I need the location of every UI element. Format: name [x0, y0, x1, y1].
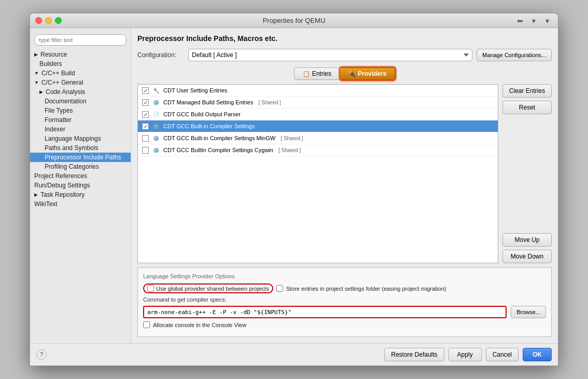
config-row: Configuration: Default [ Active ] Manage…: [137, 49, 552, 61]
command-label-row: Command to get compiler specs:: [143, 296, 546, 303]
restore-defaults-button[interactable]: Restore Defaults: [384, 348, 444, 361]
global-provider-label: Use global provider shared between proje…: [156, 286, 269, 292]
entry-cdt-managed-build[interactable]: ⚙️ CDT Managed Build Setting Entries [ S…: [138, 97, 498, 109]
apply-button[interactable]: Apply: [449, 348, 482, 361]
entry-label-gcc-build: CDT GCC Build Output Parser: [163, 111, 241, 117]
expand-icon: ▼: [34, 80, 39, 85]
lang-settings-title: Language Settings Provider Options: [143, 273, 546, 279]
entry-icon-gcc-build: 📄: [152, 110, 160, 118]
store-entries-checkbox[interactable]: [276, 285, 283, 292]
help-section: ?: [36, 349, 47, 360]
global-provider-checkbox-container: Use global provider shared between proje…: [143, 283, 273, 293]
sidebar-item-language-mappings[interactable]: Language Mappings: [30, 134, 131, 143]
expand-icon: ▶: [34, 192, 38, 197]
sidebar-item-documentation[interactable]: Documentation: [30, 97, 131, 106]
entries-panel: 🔧 CDT User Setting Entries ⚙️ CDT Manage…: [137, 84, 552, 263]
entry-cdt-gcc-builtin[interactable]: ⚙️ CDT GCC Built-in Compiler Settings: [138, 120, 498, 132]
entry-label-mingw: CDT GCC Built-in Compiler Settings MinGW: [163, 135, 275, 141]
entry-checkbox-managed[interactable]: [142, 99, 149, 106]
entry-checkbox-user[interactable]: [142, 87, 149, 94]
bottom-bar: ? Restore Defaults Apply Cancel OK: [30, 343, 558, 366]
sidebar-item-task-repository[interactable]: ▶Task Repository: [30, 190, 131, 199]
entry-cdt-user-setting[interactable]: 🔧 CDT User Setting Entries: [138, 85, 498, 97]
help-button[interactable]: ?: [36, 349, 47, 360]
entry-icon-cygwin: ⚙️: [152, 146, 160, 154]
command-input[interactable]: [143, 306, 507, 318]
entry-icon-gcc-builtin: ⚙️: [152, 122, 160, 130]
entry-icon-managed: ⚙️: [152, 98, 160, 106]
entry-cdt-gcc-build-output[interactable]: 📄 CDT GCC Build Output Parser: [138, 109, 498, 120]
cancel-button[interactable]: Cancel: [486, 348, 519, 361]
clear-entries-button[interactable]: Clear Entries: [502, 84, 552, 98]
entry-checkbox-gcc-builtin[interactable]: [142, 123, 149, 130]
entry-badge-cygwin: [ Shared ]: [278, 147, 301, 153]
expand-icon: ▼: [34, 71, 39, 76]
entry-checkbox-gcc-build[interactable]: [142, 111, 149, 118]
move-down-button[interactable]: Move Down: [502, 250, 552, 263]
store-entries-label: Store entries in project settings folder…: [286, 286, 446, 292]
sidebar-item-indexer[interactable]: Indexer: [30, 125, 131, 134]
allocate-console-checkbox[interactable]: [143, 321, 150, 328]
maximize-button[interactable]: [55, 17, 62, 24]
entry-checkbox-cygwin[interactable]: [142, 147, 149, 154]
sidebar-item-formatter[interactable]: Formatter: [30, 115, 131, 125]
tab-entries[interactable]: 📋 Entries: [294, 67, 340, 80]
global-provider-checkbox[interactable]: [147, 285, 154, 292]
tabs-container: 📋 Entries 🔌 Providers: [137, 67, 552, 80]
dropdown-icon[interactable]: ▾: [528, 15, 539, 26]
ok-button[interactable]: OK: [523, 348, 552, 361]
config-label: Configuration:: [137, 51, 184, 59]
close-button[interactable]: [35, 17, 42, 24]
menu-icon[interactable]: ▾: [541, 15, 553, 26]
move-up-button[interactable]: Move Up: [502, 233, 552, 247]
window-body: ▶Resource Builders ▼C/C++ Build ▼C/C++ G…: [30, 28, 558, 343]
expand-icon: ▶: [39, 89, 43, 94]
entry-checkbox-mingw[interactable]: [142, 135, 149, 142]
manage-configurations-button[interactable]: Manage Configurations...: [477, 49, 552, 61]
sidebar-item-cpp-general[interactable]: ▼C/C++ General: [30, 78, 131, 87]
sidebar: ▶Resource Builders ▼C/C++ Build ▼C/C++ G…: [30, 28, 131, 343]
entry-cdt-gcc-cygwin[interactable]: ⚙️ CDT GCC Builtin Compiler Settings Cyg…: [138, 144, 498, 156]
entry-label-managed: CDT Managed Build Setting Entries: [163, 99, 253, 105]
entry-label-cygwin: CDT GCC Builtin Compiler Settings Cygwin: [163, 147, 273, 153]
sidebar-item-code-analysis[interactable]: ▶Code Analysis: [30, 87, 131, 97]
search-input[interactable]: [34, 34, 127, 46]
main-window: Properties for QEMU ⬅ ▾ ▾ ▶Resource Buil…: [30, 13, 558, 366]
browse-button[interactable]: Browse...: [511, 306, 546, 318]
sidebar-item-project-references[interactable]: Project References: [30, 171, 131, 181]
traffic-lights: [35, 17, 62, 24]
sidebar-item-cpp-build[interactable]: ▼C/C++ Build: [30, 69, 131, 78]
reset-button[interactable]: Reset: [502, 101, 552, 114]
sidebar-item-profiling-categories[interactable]: Profiling Categories: [30, 162, 131, 171]
back-icon[interactable]: ⬅: [514, 15, 526, 26]
global-provider-row: Use global provider shared between proje…: [143, 283, 546, 293]
entry-badge-managed: [ Shared ]: [258, 100, 281, 105]
tab-entries-label: Entries: [312, 70, 331, 77]
minimize-button[interactable]: [45, 17, 52, 24]
command-input-row: Browse...: [143, 306, 546, 318]
sidebar-item-resource[interactable]: ▶Resource: [30, 50, 131, 59]
entry-label-gcc-builtin: CDT GCC Built-in Compiler Settings: [163, 123, 255, 129]
entry-cdt-gcc-mingw[interactable]: ⚙️ CDT GCC Built-in Compiler Settings Mi…: [138, 132, 498, 144]
config-select[interactable]: Default [ Active ]: [188, 49, 472, 61]
sidebar-item-file-types[interactable]: File Types: [30, 106, 131, 115]
entry-badge-mingw: [ Shared ]: [281, 136, 303, 141]
sidebar-item-preprocessor-include-paths[interactable]: Preprocessor Include Paths: [30, 153, 131, 162]
sidebar-item-run-debug-settings[interactable]: Run/Debug Settings: [30, 181, 131, 190]
sidebar-item-paths-and-symbols[interactable]: Paths and Symbols: [30, 143, 131, 153]
tab-providers-label: Providers: [358, 70, 386, 77]
providers-tab-icon: 🔌: [348, 71, 356, 77]
entry-icon-mingw: ⚙️: [152, 134, 160, 142]
entry-label-user: CDT User Setting Entries: [163, 87, 227, 93]
sidebar-item-builders[interactable]: Builders: [30, 59, 131, 69]
expand-icon: ▶: [34, 52, 38, 57]
page-title: Preprocessor Include Paths, Macros etc.: [137, 34, 552, 43]
tab-providers[interactable]: 🔌 Providers: [340, 67, 395, 80]
allocate-console-row: Allocate console in the Console View: [143, 321, 546, 328]
title-bar: Properties for QEMU ⬅ ▾ ▾: [30, 13, 558, 28]
entries-list: 🔧 CDT User Setting Entries ⚙️ CDT Manage…: [137, 84, 498, 263]
sidebar-item-wikitext[interactable]: WikiText: [30, 199, 131, 209]
allocate-console-label: Allocate console in the Console View: [153, 322, 246, 328]
language-settings-panel: Language Settings Provider Options Use g…: [137, 267, 552, 337]
window-title: Properties for QEMU: [263, 17, 326, 24]
